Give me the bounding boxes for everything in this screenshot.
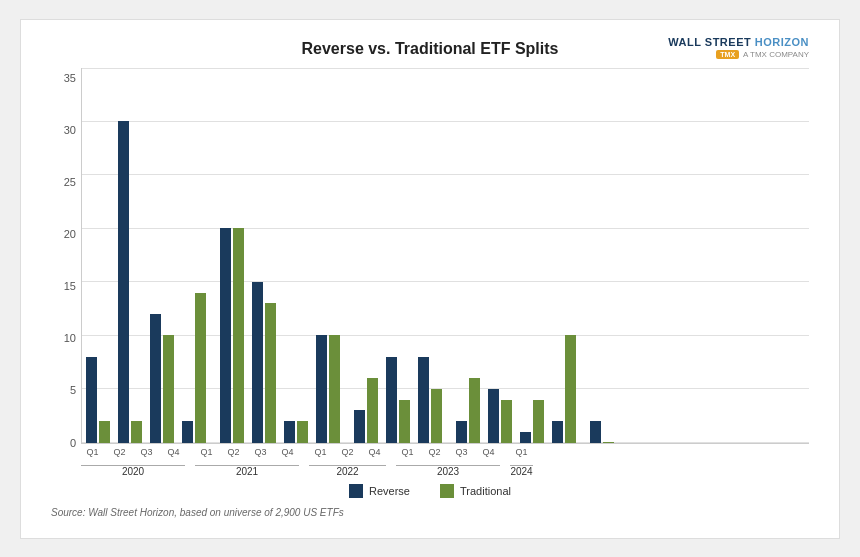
y-axis-label: 20 [51, 229, 81, 240]
q-label: Q3 [249, 447, 272, 457]
q-label: Q2 [222, 447, 245, 457]
y-axis: 05101520253035 [51, 68, 81, 479]
y-axis-label: 5 [51, 385, 81, 396]
traditional-legend-box [440, 484, 454, 498]
q-label: Q4 [162, 447, 185, 457]
legend-reverse: Reverse [349, 484, 410, 498]
bar-traditional [265, 303, 276, 442]
bar-reverse [220, 228, 231, 442]
q-label: Q4 [363, 447, 386, 457]
q-label: Q4 [276, 447, 299, 457]
q-label: Q1 [309, 447, 332, 457]
bar-traditional [131, 421, 142, 442]
y-axis-label: 10 [51, 333, 81, 344]
bar-traditional [329, 335, 340, 442]
source-text: Source: Wall Street Horizon, based on un… [51, 507, 809, 518]
y-axis-label: 0 [51, 438, 81, 449]
q-label: Q3 [450, 447, 473, 457]
year-label: 2024 [510, 465, 533, 477]
grid-and-bars [81, 68, 809, 444]
traditional-legend-label: Traditional [460, 485, 511, 497]
year-label: 2020 [81, 465, 185, 477]
bar-reverse [182, 421, 193, 442]
bar-traditional [533, 400, 544, 443]
bar-traditional [367, 378, 378, 442]
q-label: Q2 [336, 447, 359, 457]
bar-reverse [284, 421, 295, 442]
bar-reverse [418, 357, 429, 443]
bar-reverse [150, 314, 161, 443]
year-label: 2021 [195, 465, 299, 477]
y-axis-label: 25 [51, 177, 81, 188]
y-axis-label: 30 [51, 125, 81, 136]
q-label: Q1 [195, 447, 218, 457]
bar-traditional [399, 400, 410, 443]
q-label: Q2 [108, 447, 131, 457]
bar-reverse [86, 357, 97, 443]
plot-area: Q1Q2Q3Q4Q1Q2Q3Q4Q1Q2Q4Q1Q2Q3Q4Q120202021… [81, 68, 809, 479]
bar-reverse [552, 421, 563, 442]
chart-container: Reverse vs. Traditional ETF Splits WALL … [20, 19, 840, 539]
year-labels-row: 20202021202220232024 [81, 463, 809, 479]
bar-traditional [163, 335, 174, 442]
bar-traditional [233, 228, 244, 442]
y-axis-label: 15 [51, 281, 81, 292]
bar-traditional [469, 378, 480, 442]
bar-reverse [590, 421, 601, 442]
q-label: Q4 [477, 447, 500, 457]
bar-traditional [565, 335, 576, 442]
legend: Reverse Traditional [51, 484, 809, 503]
q-label: Q1 [81, 447, 104, 457]
reverse-legend-box [349, 484, 363, 498]
bar-reverse [456, 421, 467, 442]
logo-area: WALL STREET HORIZON TMX A TMX COMPANY [668, 36, 809, 59]
y-axis-label: 35 [51, 73, 81, 84]
chart-area: 05101520253035 Q1Q2Q3Q4Q1Q2Q3Q4Q1Q2Q4Q1Q… [51, 68, 809, 479]
year-label: 2022 [309, 465, 386, 477]
bar-traditional [99, 421, 110, 442]
bar-traditional [297, 421, 308, 442]
reverse-legend-label: Reverse [369, 485, 410, 497]
q-label: Q3 [135, 447, 158, 457]
bar-traditional [603, 442, 614, 443]
bars-container [82, 68, 809, 443]
bar-reverse [386, 357, 397, 443]
logo-sub: A TMX COMPANY [743, 50, 809, 59]
bar-traditional [501, 400, 512, 443]
x-labels-row: Q1Q2Q3Q4Q1Q2Q3Q4Q1Q2Q4Q1Q2Q3Q4Q120202021… [81, 444, 809, 479]
q-label: Q1 [510, 447, 533, 457]
bar-reverse [488, 389, 499, 443]
q-label: Q2 [423, 447, 446, 457]
year-label: 2023 [396, 465, 500, 477]
bar-reverse [520, 432, 531, 443]
bar-reverse [316, 335, 327, 442]
bar-traditional [431, 389, 442, 443]
legend-traditional: Traditional [440, 484, 511, 498]
bar-reverse [118, 121, 129, 442]
q-labels-row: Q1Q2Q3Q4Q1Q2Q3Q4Q1Q2Q4Q1Q2Q3Q4Q1 [81, 447, 809, 463]
bar-reverse [354, 410, 365, 442]
bar-traditional [195, 293, 206, 443]
bar-reverse [252, 282, 263, 443]
q-label: Q1 [396, 447, 419, 457]
tmx-badge: TMX [716, 50, 739, 59]
